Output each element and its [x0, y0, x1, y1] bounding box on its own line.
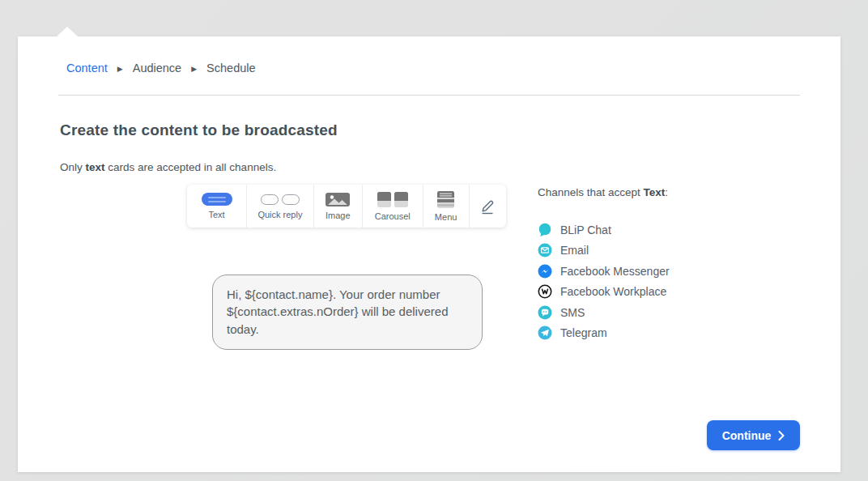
breadcrumb-step-schedule[interactable]: Schedule [205, 62, 257, 74]
channel-name: Facebook Workplace [560, 285, 666, 298]
quick-reply-card-icon [261, 193, 300, 206]
page-title: Create the content to be broadcasted [60, 121, 338, 139]
continue-button[interactable]: Continue [707, 420, 800, 450]
image-card-icon [326, 193, 350, 206]
channel-item-facebook-messenger: Facebook Messenger [538, 261, 670, 282]
email-icon [538, 243, 552, 258]
channel-name: Email [560, 244, 589, 257]
channel-item-email: Email [538, 240, 670, 262]
card-type-text[interactable]: Text [187, 185, 246, 228]
text-card-icon [202, 193, 232, 206]
channels-heading: Channels that accept Text: [538, 186, 670, 198]
channel-name: Facebook Messenger [560, 265, 670, 278]
channels-panel: Channels that accept Text: BLiP Chat [538, 186, 670, 343]
channel-item-sms: SMS [538, 302, 670, 323]
card-type-menu[interactable]: Menu [423, 185, 469, 228]
breadcrumb-step-content[interactable]: Content [65, 62, 109, 74]
chevron-right-icon [778, 431, 785, 441]
carousel-card-icon [377, 192, 408, 207]
channel-item-facebook-workplace: Facebook Workplace [538, 282, 670, 303]
breadcrumb-arrow-icon: ▶ [191, 65, 197, 73]
breadcrumb-step-audience[interactable]: Audience [131, 62, 183, 74]
panel-pointer-notch [57, 27, 78, 36]
card-type-toolbar: Text Quick reply Image [187, 185, 506, 228]
menu-card-icon [437, 191, 454, 208]
breadcrumb-divider [58, 95, 800, 96]
channel-item-blip-chat: BLiP Chat [538, 219, 670, 240]
card-type-image[interactable]: Image [314, 185, 362, 228]
breadcrumb-arrow-icon: ▶ [117, 65, 123, 73]
message-preview-bubble[interactable]: Hi, ${contact.name}. Your order number $… [212, 275, 483, 350]
pencil-edit-icon [479, 198, 496, 215]
page-subtitle: Only text cards are accepted in all chan… [60, 161, 276, 173]
channel-list: BLiP Chat Email Facebook Messenger [538, 219, 670, 343]
card-type-label: Carousel [375, 211, 411, 221]
channel-name: SMS [560, 306, 585, 319]
message-text: Hi, ${contact.name}. Your order number $… [227, 287, 448, 336]
facebook-messenger-icon [538, 264, 552, 279]
continue-label: Continue [722, 429, 772, 442]
breadcrumb: Content ▶ Audience ▶ Schedule [65, 62, 257, 74]
blip-chat-icon [538, 223, 552, 237]
facebook-workplace-icon [538, 284, 552, 299]
channel-name: BLiP Chat [560, 223, 611, 236]
sms-icon [538, 305, 552, 320]
desktop-background: Content ▶ Audience ▶ Schedule Create the… [0, 0, 868, 481]
edit-card-button[interactable] [469, 185, 506, 228]
card-type-label: Text [208, 210, 224, 219]
card-type-label: Menu [435, 212, 457, 222]
card-type-label: Image [326, 211, 351, 220]
channel-item-telegram: Telegram [538, 323, 670, 344]
card-type-quick-reply[interactable]: Quick reply [246, 185, 313, 228]
card-type-label: Quick reply [257, 210, 302, 219]
card-type-carousel[interactable]: Carousel [362, 185, 423, 228]
broadcast-wizard-panel: Content ▶ Audience ▶ Schedule Create the… [18, 36, 840, 472]
channel-name: Telegram [560, 326, 607, 339]
telegram-icon [538, 326, 552, 340]
